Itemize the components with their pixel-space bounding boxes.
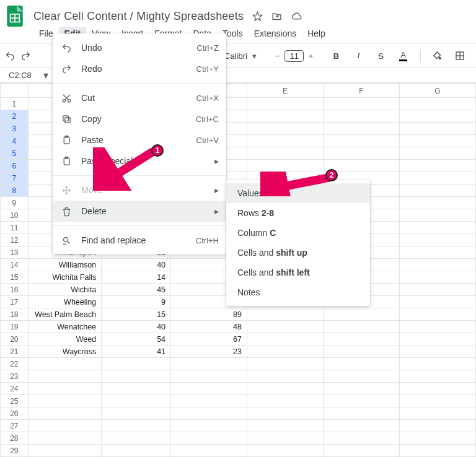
cell[interactable] bbox=[171, 370, 247, 383]
cell[interactable] bbox=[247, 110, 324, 123]
cell[interactable]: 40 bbox=[102, 321, 171, 333]
cell[interactable] bbox=[171, 420, 247, 432]
cell[interactable] bbox=[247, 135, 324, 147]
row-header[interactable]: 9 bbox=[1, 197, 29, 209]
cell[interactable] bbox=[399, 110, 475, 123]
menu-extensions[interactable]: Extensions bbox=[249, 27, 302, 40]
cell[interactable] bbox=[28, 407, 102, 420]
column-header[interactable]: G bbox=[399, 84, 475, 98]
font-family-select[interactable]: Calibri ▾ bbox=[221, 51, 260, 61]
menu-help[interactable]: Help bbox=[302, 27, 331, 40]
row-header[interactable]: 23 bbox=[1, 370, 29, 383]
submenu-item-shift-up[interactable]: Cells and shift up bbox=[226, 243, 370, 263]
submenu-item-rows[interactable]: Rows 2-8 bbox=[226, 203, 370, 223]
cell[interactable] bbox=[324, 383, 400, 395]
submenu-item-shift-left[interactable]: Cells and shift left bbox=[226, 263, 370, 282]
cell[interactable] bbox=[399, 209, 475, 222]
cell[interactable] bbox=[247, 370, 324, 383]
row-header[interactable]: 16 bbox=[1, 284, 29, 296]
row-header[interactable]: 6 bbox=[1, 160, 29, 172]
cell[interactable]: Williamson bbox=[28, 259, 102, 271]
cell[interactable] bbox=[102, 420, 171, 432]
cell[interactable] bbox=[247, 160, 324, 172]
cell[interactable]: 41 bbox=[102, 346, 171, 358]
fill-color-button[interactable] bbox=[430, 48, 446, 64]
cell[interactable] bbox=[324, 370, 400, 383]
row-header[interactable]: 18 bbox=[1, 308, 29, 321]
borders-button[interactable] bbox=[452, 48, 468, 64]
cell[interactable] bbox=[399, 185, 475, 197]
cell[interactable] bbox=[324, 346, 400, 358]
row-header[interactable]: 1 bbox=[1, 98, 29, 110]
cell[interactable]: 54 bbox=[102, 333, 171, 346]
cell[interactable] bbox=[247, 432, 324, 445]
text-color-button[interactable]: A bbox=[395, 48, 412, 64]
cell[interactable]: Wichita Falls bbox=[28, 271, 102, 284]
submenu-item-notes[interactable]: Notes bbox=[226, 282, 370, 302]
row-header[interactable]: 20 bbox=[1, 333, 29, 346]
cell[interactable] bbox=[324, 147, 400, 160]
cell[interactable]: West Palm Beach bbox=[28, 308, 102, 321]
column-header[interactable]: E bbox=[247, 84, 324, 98]
cell[interactable] bbox=[324, 321, 400, 333]
row-header[interactable]: 15 bbox=[1, 271, 29, 284]
cell[interactable]: Waycross bbox=[28, 346, 102, 358]
cell[interactable] bbox=[399, 333, 475, 346]
font-size-decrease[interactable]: − bbox=[275, 48, 280, 64]
menu-item-cut[interactable]: Cut Ctrl+X bbox=[53, 87, 226, 108]
bold-button[interactable]: B bbox=[328, 48, 345, 64]
cell[interactable] bbox=[399, 259, 475, 271]
cell[interactable] bbox=[171, 432, 247, 445]
cell[interactable] bbox=[28, 383, 102, 395]
cloud-status-icon[interactable] bbox=[291, 11, 302, 22]
italic-button[interactable]: I bbox=[351, 48, 367, 64]
star-icon[interactable] bbox=[252, 11, 263, 22]
cell[interactable] bbox=[399, 420, 475, 432]
cell[interactable] bbox=[28, 420, 102, 432]
cell[interactable] bbox=[324, 135, 400, 147]
cell[interactable] bbox=[324, 358, 400, 370]
cell[interactable] bbox=[324, 333, 400, 346]
cell[interactable] bbox=[247, 147, 324, 160]
menu-item-delete[interactable]: Delete ▸ bbox=[53, 201, 226, 222]
cell[interactable] bbox=[324, 432, 400, 445]
cell[interactable] bbox=[324, 395, 400, 407]
name-box-dropdown-icon[interactable]: ▾ bbox=[38, 69, 53, 81]
undo-button[interactable] bbox=[5, 48, 15, 64]
name-box[interactable]: C2:C8 bbox=[0, 71, 38, 80]
cell[interactable] bbox=[399, 234, 475, 246]
row-header[interactable]: 12 bbox=[1, 234, 29, 246]
row-header[interactable]: 27 bbox=[1, 420, 29, 432]
row-header[interactable]: 5 bbox=[1, 147, 29, 160]
cell[interactable] bbox=[399, 296, 475, 308]
cell[interactable]: 45 bbox=[102, 284, 171, 296]
cell[interactable] bbox=[399, 135, 475, 147]
cell[interactable] bbox=[247, 445, 324, 457]
row-header[interactable]: 17 bbox=[1, 296, 29, 308]
cell[interactable] bbox=[247, 420, 324, 432]
font-size-increase[interactable]: + bbox=[309, 48, 314, 64]
cell[interactable] bbox=[102, 358, 171, 370]
cell[interactable]: Wichita bbox=[28, 284, 102, 296]
cell[interactable] bbox=[399, 370, 475, 383]
cell[interactable] bbox=[247, 321, 324, 333]
cell[interactable]: 23 bbox=[171, 346, 247, 358]
cell[interactable] bbox=[247, 407, 324, 420]
cell[interactable] bbox=[399, 432, 475, 445]
cell[interactable]: 9 bbox=[102, 296, 171, 308]
row-header[interactable]: 11 bbox=[1, 222, 29, 234]
cell[interactable] bbox=[399, 445, 475, 457]
cell[interactable] bbox=[324, 123, 400, 135]
cell[interactable] bbox=[102, 370, 171, 383]
cell[interactable] bbox=[399, 98, 475, 110]
cell[interactable] bbox=[28, 432, 102, 445]
merge-cells-button[interactable] bbox=[474, 48, 477, 64]
row-header[interactable]: 3 bbox=[1, 123, 29, 135]
cell[interactable] bbox=[399, 395, 475, 407]
cell[interactable] bbox=[399, 308, 475, 321]
cell[interactable]: Weed bbox=[28, 333, 102, 346]
cell[interactable] bbox=[324, 407, 400, 420]
row-header[interactable]: 29 bbox=[1, 445, 29, 457]
cell[interactable] bbox=[102, 432, 171, 445]
cell[interactable] bbox=[399, 358, 475, 370]
